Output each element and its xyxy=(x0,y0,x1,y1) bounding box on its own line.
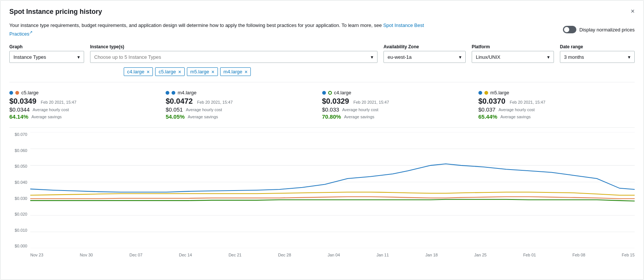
metric-color-box-icon xyxy=(478,91,482,95)
info-text: Your instance type requirements, budget … xyxy=(9,22,435,37)
tag-remove-button[interactable]: × xyxy=(178,69,181,74)
daterange-label: Date range xyxy=(560,44,635,49)
metric-date: Feb 20 2021, 15:47 xyxy=(510,100,545,104)
y-axis-label: $0.050 xyxy=(15,164,27,168)
normalized-toggle-label: Display normalized prices xyxy=(579,27,635,33)
y-axis: $0.070$0.060$0.050$0.040$0.030$0.020$0.0… xyxy=(9,132,29,248)
metric-avg-label: Average hourly cost xyxy=(33,107,69,112)
metric-savings: 70.80% xyxy=(322,113,341,120)
metric-savings-label: Average savings xyxy=(31,115,62,119)
tag-remove-button[interactable]: × xyxy=(211,69,214,74)
metric-price: $0.0370 xyxy=(478,97,505,105)
platform-filter-group: Platform Linux/UNIX ▾ xyxy=(472,44,554,63)
metric-color-box-icon xyxy=(166,91,169,95)
graph-select[interactable]: Instance Types ▾ xyxy=(9,51,84,63)
metric-color-box-icon xyxy=(322,91,326,95)
metric-card: m5.large $0.0370 Feb 20 2021, 15:47 $0.0… xyxy=(478,87,635,123)
metric-instance-name: m4.large xyxy=(178,90,197,95)
y-axis-label: $0.060 xyxy=(15,148,27,153)
x-axis-label: Dec 07 xyxy=(129,253,142,257)
metric-avg-price: $0.051 xyxy=(166,106,183,113)
instance-type-input[interactable] xyxy=(94,54,371,60)
tag-chip: c5.large× xyxy=(155,67,184,76)
graph-chevron-icon: ▾ xyxy=(77,54,80,60)
metric-card: c5.large $0.0349 Feb 20 2021, 15:47 $0.0… xyxy=(9,87,166,123)
metric-avg-label: Average hourly cost xyxy=(499,107,535,112)
modal: Spot Instance pricing history × Your ins… xyxy=(0,0,644,280)
modal-header: Spot Instance pricing history × xyxy=(9,8,635,16)
x-axis-label: Feb 08 xyxy=(573,253,585,257)
y-axis-label: $0.070 xyxy=(15,132,27,137)
filters-row: Graph Instance Types ▾ Instance type(s) … xyxy=(9,44,635,63)
x-axis-label: Dec 21 xyxy=(228,253,241,257)
metric-savings-label: Average savings xyxy=(344,115,374,119)
metrics-row: c5.large $0.0349 Feb 20 2021, 15:47 $0.0… xyxy=(9,87,635,123)
metric-avg-label: Average hourly cost xyxy=(186,107,222,112)
metric-card: m4.large $0.0472 Feb 20 2021, 15:47 $0.0… xyxy=(166,87,322,123)
tag-chip: c4.large× xyxy=(124,67,153,76)
metric-card: c4.large $0.0329 Feb 20 2021, 15:47 $0.0… xyxy=(322,87,478,123)
y-axis-label: $0.010 xyxy=(15,228,27,232)
x-axis-label: Jan 04 xyxy=(328,253,340,257)
normalized-toggle[interactable] xyxy=(563,26,576,33)
x-axis-label: Feb 01 xyxy=(523,253,536,257)
metric-savings-label: Average savings xyxy=(500,115,531,119)
metric-dot-icon xyxy=(484,91,488,95)
metric-avg-price: $0.037 xyxy=(478,106,496,113)
metric-savings-label: Average savings xyxy=(188,115,218,119)
x-axis: Nov 23Nov 30Dec 07Dec 14Dec 21Dec 28Jan … xyxy=(30,250,635,259)
metric-price: $0.0349 xyxy=(9,97,36,105)
metric-price: $0.0472 xyxy=(166,97,192,105)
metric-date: Feb 20 2021, 15:47 xyxy=(353,100,389,104)
instance-type-chevron-icon: ▾ xyxy=(371,54,373,60)
metric-color-box-icon xyxy=(9,91,13,95)
divider xyxy=(9,82,635,82)
az-filter-group: Availability Zone eu-west-1a ▾ xyxy=(383,44,466,63)
x-axis-label: Jan 18 xyxy=(425,253,438,257)
metric-avg-price: $0.0344 xyxy=(9,106,30,113)
modal-title: Spot Instance pricing history xyxy=(9,8,102,16)
y-axis-label: $0.040 xyxy=(15,180,27,185)
az-label: Availability Zone xyxy=(383,44,466,49)
metric-savings: 65.44% xyxy=(478,113,497,120)
metric-instance-name: c4.large xyxy=(334,90,351,95)
daterange-select[interactable]: 3 months ▾ xyxy=(560,51,635,63)
metric-avg-label: Average hourly cost xyxy=(342,107,378,112)
metric-price: $0.0329 xyxy=(322,97,349,105)
graph-label: Graph xyxy=(9,44,84,49)
y-axis-label: $0.000 xyxy=(15,244,27,248)
metric-savings: 54.05% xyxy=(166,113,185,120)
chart-container: $0.070$0.060$0.050$0.040$0.030$0.020$0.0… xyxy=(9,132,635,259)
instance-type-label: Instance type(s) xyxy=(90,44,378,49)
metric-savings: 64.14% xyxy=(9,113,28,120)
metric-date: Feb 20 2021, 15:47 xyxy=(197,100,232,104)
x-axis-label: Jan 11 xyxy=(376,253,389,257)
metric-dot-icon xyxy=(15,91,19,95)
instance-type-input-wrapper[interactable]: ▾ xyxy=(90,51,378,63)
x-axis-label: Nov 30 xyxy=(80,253,93,257)
chart-area xyxy=(30,132,635,248)
az-select[interactable]: eu-west-1a ▾ xyxy=(383,51,466,63)
az-chevron-icon: ▾ xyxy=(459,54,462,60)
close-button[interactable]: × xyxy=(631,8,635,15)
chart-svg xyxy=(30,132,635,248)
tags-row: c4.large×c5.large×m5.large×m4.large× xyxy=(9,67,635,76)
platform-select[interactable]: Linux/UNIX ▾ xyxy=(472,51,554,63)
tag-remove-button[interactable]: × xyxy=(244,69,247,74)
metric-instance-name: c5.large xyxy=(21,90,38,95)
platform-chevron-icon: ▾ xyxy=(547,54,550,60)
graph-filter-group: Graph Instance Types ▾ xyxy=(9,44,84,63)
metric-dot-icon xyxy=(328,91,332,95)
x-axis-label: Feb 15 xyxy=(622,253,635,257)
tag-remove-button[interactable]: × xyxy=(147,69,150,74)
platform-label: Platform xyxy=(472,44,554,49)
y-axis-label: $0.020 xyxy=(15,212,27,216)
tag-chip: m4.large× xyxy=(220,67,251,76)
y-axis-label: $0.030 xyxy=(15,196,27,201)
daterange-chevron-icon: ▾ xyxy=(628,54,631,60)
instance-type-filter-group: Instance type(s) ▾ xyxy=(90,44,378,63)
metric-date: Feb 20 2021, 15:47 xyxy=(41,100,76,104)
x-axis-label: Dec 28 xyxy=(278,253,291,257)
metric-instance-name: m5.large xyxy=(490,90,509,95)
normalized-toggle-group: Display normalized prices xyxy=(563,26,635,33)
